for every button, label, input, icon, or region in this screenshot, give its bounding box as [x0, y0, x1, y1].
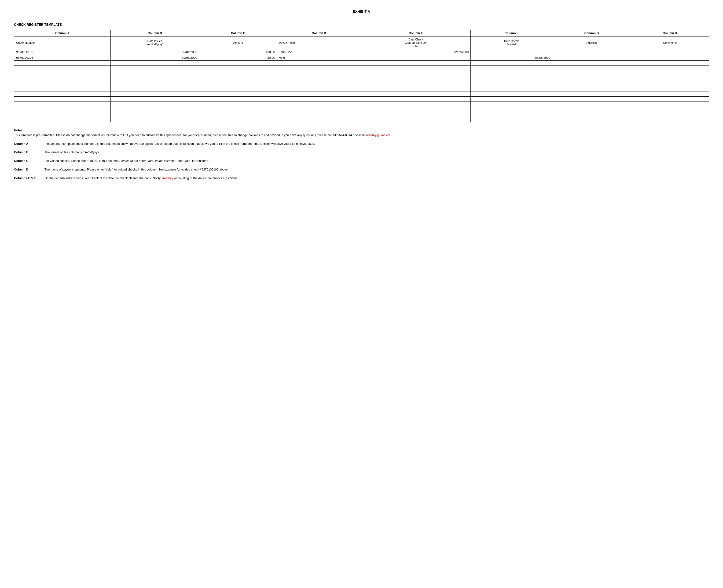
- note-column-d: Column D The name of payee is optional. …: [14, 167, 709, 172]
- note-label-b: Column B: [14, 150, 44, 155]
- sub-header-comments: Comments: [631, 37, 709, 49]
- cell-check-number: 9870100105: [14, 49, 111, 55]
- col-header-b: Column B: [111, 30, 199, 37]
- sub-header-check-number: Check Number: [14, 37, 111, 49]
- section-title: CHECK REGISTER TEMPLATE: [14, 23, 709, 26]
- note-text-b: The format of this column is mm/dd/yyyy.: [44, 150, 709, 154]
- table-row: [14, 117, 709, 122]
- note-label-c: Column C: [14, 159, 44, 164]
- table-row: [14, 102, 709, 107]
- table-row: [14, 71, 709, 76]
- note-columns-ef: Columns E & F On the department's record…: [14, 176, 709, 181]
- table-row: 9870100105 02/01/2000 $20.00 John Doe 02…: [14, 49, 709, 55]
- col-header-g: Column G: [553, 30, 631, 37]
- column-header-row: Column A Column B Column C Column D Colu…: [14, 30, 709, 37]
- table-row: [14, 61, 709, 66]
- cell-date-voided: 03/05/2000: [471, 55, 553, 61]
- cell-payee: John Doe: [277, 49, 361, 55]
- page-title: EXHIBIT A: [14, 9, 709, 13]
- note-text-d: The name of payee is optional. Please en…: [44, 167, 709, 172]
- sub-header-date-check-cleared: Date CheckCleared Bank perFax: [361, 37, 471, 49]
- cell-date-issued: 02/01/2000: [111, 49, 199, 55]
- cell-comments: [631, 49, 709, 55]
- cell-date-issued: 02/05/2000: [111, 55, 199, 61]
- col-header-d: Column D: [277, 30, 361, 37]
- note-text-c: For voided checks, please enter "$0.00" …: [44, 159, 709, 163]
- col-header-c: Column C: [199, 30, 277, 37]
- table-row: [14, 76, 709, 81]
- notes-section: Notes: This template is pre-formatted. P…: [14, 128, 709, 181]
- table-row: [14, 97, 709, 102]
- cell-comments: [631, 55, 709, 61]
- col-header-f: Column F: [471, 30, 553, 37]
- cell-address: [553, 55, 631, 61]
- table-row: [14, 86, 709, 91]
- sub-header-date-issued: Date Issued(mm/dd/yyyy): [111, 37, 199, 49]
- table-row: [14, 91, 709, 97]
- table-row: [14, 81, 709, 86]
- cell-payee: Void: [277, 55, 361, 61]
- cell-date-voided: [471, 49, 553, 55]
- sub-header-date-check-voided: Date CheckVoided: [471, 37, 553, 49]
- note-column-b: Column B The format of this column is mm…: [14, 150, 709, 155]
- note-text-a: Please enter complete check numbers in t…: [44, 142, 709, 146]
- note-column-c: Column C For voided checks, please enter…: [14, 159, 709, 164]
- col-header-h: Column H: [631, 30, 709, 37]
- notes-intro: This template is pre-formatted. Please d…: [14, 133, 365, 137]
- note-column-a: Column A Please enter complete check num…: [14, 142, 709, 146]
- col-header-e: Column E: [361, 30, 471, 37]
- cell-amount: $0.00: [199, 55, 277, 61]
- note-label-d: Column D: [14, 167, 44, 172]
- treasury-text: Treasury: [161, 176, 173, 180]
- note-label-a: Column A: [14, 142, 44, 146]
- sub-header-address: Address: [553, 37, 631, 49]
- table-row: [14, 112, 709, 117]
- notes-title: Notes:: [14, 128, 23, 132]
- sub-header-payee-void: Payee / Void: [277, 37, 361, 49]
- cell-amount: $20.00: [199, 49, 277, 55]
- notes-email-suffix: .: [391, 133, 392, 137]
- note-label-ef: Columns E & F: [14, 176, 44, 181]
- col-header-a: Column A: [14, 30, 111, 37]
- cell-date-cleared: 02/03/2000: [361, 49, 471, 55]
- table-row: 9870100106 02/05/2000 $0.00 Void 03/05/2…: [14, 55, 709, 61]
- check-register-table: Column A Column B Column C Column D Colu…: [14, 30, 709, 122]
- cell-date-cleared: [361, 55, 471, 61]
- sub-header-row: Check Number Date Issued(mm/dd/yyyy) Amo…: [14, 37, 709, 49]
- sub-header-amount: Amount: [199, 37, 277, 49]
- table-row: [14, 107, 709, 112]
- cell-check-number: 9870100106: [14, 55, 111, 61]
- note-text-ef: On the department's records, keep track …: [44, 176, 709, 181]
- table-row: [14, 66, 709, 71]
- notes-body: Notes: This template is pre-formatted. P…: [14, 128, 709, 138]
- notes-email: treasury@umn.edu: [365, 133, 391, 137]
- cell-address: [553, 49, 631, 55]
